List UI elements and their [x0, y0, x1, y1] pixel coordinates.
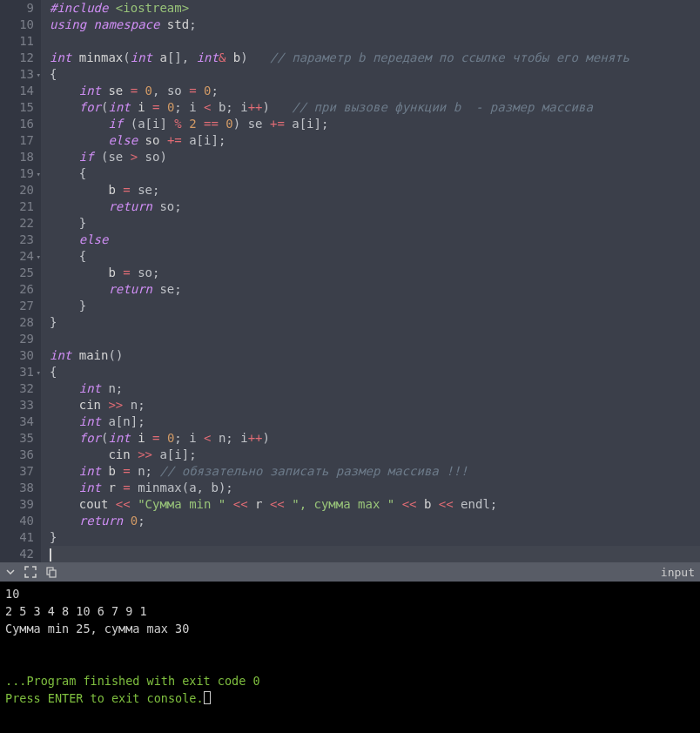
terminal-line: Сумма min 25, сумма max 30 — [5, 620, 695, 637]
line-number: 23 — [0, 232, 34, 248]
line-number: 27 — [0, 298, 34, 314]
code-line[interactable]: for(int i = 0; i < n; i++) — [50, 430, 700, 447]
code-line[interactable]: int b = n; // обязательно записать разме… — [50, 463, 700, 480]
code-line[interactable]: b = so; — [50, 265, 700, 281]
code-line[interactable]: cin >> a[i]; — [50, 447, 700, 463]
code-line[interactable]: { — [50, 364, 700, 380]
code-line[interactable] — [50, 546, 700, 562]
line-number: 12 — [0, 50, 34, 66]
code-line[interactable]: return so; — [50, 198, 700, 215]
line-gutter: 910111213▾141516171819▾2021222324▾252627… — [0, 0, 41, 562]
line-number: 13▾ — [0, 66, 34, 83]
code-line[interactable]: } — [50, 298, 700, 314]
code-editor[interactable]: 910111213▾141516171819▾2021222324▾252627… — [0, 0, 700, 562]
code-line[interactable]: else so += a[i]; — [50, 132, 700, 149]
code-line[interactable]: int a[n]; — [50, 414, 700, 430]
code-line[interactable] — [50, 331, 700, 347]
code-area[interactable]: #include <iostream>using namespace std;i… — [41, 0, 700, 562]
code-line[interactable]: using namespace std; — [50, 17, 700, 33]
terminal-line — [5, 637, 695, 655]
line-number: 21 — [0, 198, 34, 215]
code-line[interactable]: #include <iostream> — [50, 0, 700, 17]
code-line[interactable]: if (a[i] % 2 == 0) se += a[i]; — [50, 116, 700, 132]
svg-rect-1 — [50, 570, 56, 577]
code-line[interactable]: int minmax(int a[], int& b) // параметр … — [50, 50, 700, 66]
line-number: 40 — [0, 513, 34, 529]
code-line[interactable]: cin >> n; — [50, 397, 700, 414]
line-number: 20 — [0, 182, 34, 198]
line-number: 30 — [0, 347, 34, 364]
line-number: 28 — [0, 314, 34, 331]
code-line[interactable]: int r = minmax(a, b); — [50, 480, 700, 496]
fold-icon[interactable]: ▾ — [37, 67, 41, 84]
code-line[interactable]: { — [50, 66, 700, 83]
line-number: 18 — [0, 149, 34, 165]
chevron-down-icon[interactable] — [5, 567, 16, 577]
terminal-output[interactable]: 102 5 3 4 8 10 6 7 9 1Сумма min 25, сумм… — [0, 582, 700, 733]
code-line[interactable]: cout << "Сумма min " << r << ", сумма ma… — [50, 496, 700, 513]
line-number: 9 — [0, 0, 34, 17]
code-line[interactable]: b = se; — [50, 182, 700, 198]
copy-icon[interactable] — [45, 566, 57, 578]
line-number: 41 — [0, 529, 34, 546]
line-number: 29 — [0, 331, 34, 347]
code-line[interactable]: else — [50, 232, 700, 248]
expand-icon[interactable] — [24, 566, 37, 578]
code-line[interactable]: { — [50, 248, 700, 265]
terminal-line: 10 — [5, 585, 695, 602]
line-number: 24▾ — [0, 248, 34, 265]
terminal-line: ...Program finished with exit code 0 — [5, 672, 695, 689]
terminal-toolbar: input — [0, 562, 700, 582]
line-number: 32 — [0, 380, 34, 397]
code-line[interactable]: } — [50, 314, 700, 331]
terminal-tab-label[interactable]: input — [661, 566, 695, 579]
terminal-line — [5, 655, 695, 672]
line-number: 31▾ — [0, 364, 34, 380]
code-line[interactable] — [50, 33, 700, 50]
line-number: 15 — [0, 99, 34, 116]
line-number: 36 — [0, 447, 34, 463]
line-number: 19▾ — [0, 165, 34, 182]
fold-icon[interactable]: ▾ — [37, 166, 41, 183]
code-line[interactable]: for(int i = 0; i < b; i++) // при вызове… — [50, 99, 700, 116]
line-number: 25 — [0, 265, 34, 281]
line-number: 16 — [0, 116, 34, 132]
code-line[interactable]: return se; — [50, 281, 700, 298]
line-number: 37 — [0, 463, 34, 480]
terminal-line: 2 5 3 4 8 10 6 7 9 1 — [5, 602, 695, 620]
line-number: 38 — [0, 480, 34, 496]
code-line[interactable]: int se = 0, so = 0; — [50, 83, 700, 99]
line-number: 26 — [0, 281, 34, 298]
code-line[interactable]: if (se > so) — [50, 149, 700, 165]
fold-icon[interactable]: ▾ — [37, 249, 41, 266]
line-number: 11 — [0, 33, 34, 50]
fold-icon[interactable]: ▾ — [37, 365, 41, 381]
line-number: 17 — [0, 132, 34, 149]
line-number: 33 — [0, 397, 34, 414]
code-line[interactable]: int n; — [50, 380, 700, 397]
terminal-line: Press ENTER to exit console. — [5, 689, 695, 707]
code-line[interactable]: } — [50, 529, 700, 546]
code-line[interactable]: int main() — [50, 347, 700, 364]
line-number: 10 — [0, 17, 34, 33]
line-number: 42 — [0, 546, 34, 562]
line-number: 22 — [0, 215, 34, 232]
terminal-cursor — [204, 691, 211, 704]
code-line[interactable]: return 0; — [50, 513, 700, 529]
line-number: 14 — [0, 83, 34, 99]
line-number: 35 — [0, 430, 34, 447]
code-line[interactable]: { — [50, 165, 700, 182]
line-number: 34 — [0, 414, 34, 430]
line-number: 39 — [0, 496, 34, 513]
code-line[interactable]: } — [50, 215, 700, 232]
editor-cursor — [50, 548, 51, 562]
